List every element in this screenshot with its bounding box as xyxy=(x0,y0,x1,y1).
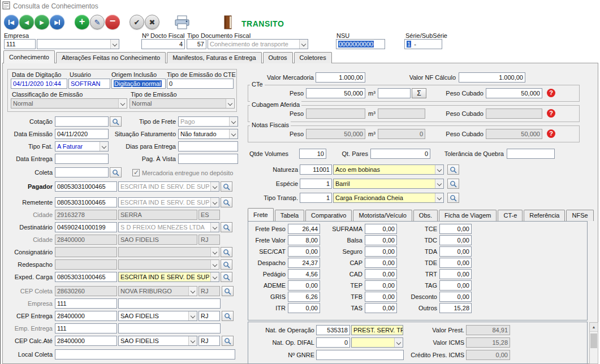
tipo-transp-search-button[interactable] xyxy=(447,193,459,203)
previous-record-button[interactable]: ◀ xyxy=(19,15,34,29)
pagador-combo[interactable]: ESCRITA IND E SERV. DE SUP. P... xyxy=(118,181,219,192)
detail-tab-nfse[interactable]: NFSe xyxy=(566,210,593,221)
last-record-button[interactable]: ▶ xyxy=(50,15,64,29)
remetente-search-button[interactable] xyxy=(221,197,232,207)
tab-manifestos-faturas-e-entrega[interactable]: Manifestos, Faturas e Entrega xyxy=(167,52,261,63)
natureza-search-button[interactable] xyxy=(447,164,459,175)
tab-coletores[interactable]: Coletores xyxy=(294,52,332,63)
gnre-field[interactable] xyxy=(316,350,404,360)
frete-field-value[interactable]: 0,00 xyxy=(439,269,472,279)
data-entrega-field[interactable] xyxy=(55,154,109,164)
frete-field-value[interactable]: 15,28 xyxy=(439,303,472,313)
detail-tab-frete[interactable]: Frete xyxy=(248,208,274,221)
frete-field-value[interactable]: 26,44 xyxy=(288,224,320,234)
frete-field-value[interactable]: 0,00 xyxy=(365,235,397,245)
cep-entrega-code-field[interactable]: 28400000 xyxy=(55,311,117,321)
cep-entrega-search-button[interactable] xyxy=(222,311,234,321)
data-emissao-field[interactable]: 04/11/2020 xyxy=(55,129,109,139)
destinatario-search-button[interactable] xyxy=(221,222,232,232)
scrollbar-up-icon[interactable]: ▲ xyxy=(590,323,598,332)
cep-calc-ate-uf-field[interactable]: RJ xyxy=(198,336,220,346)
redespacho-search-button[interactable] xyxy=(221,259,232,270)
tipo-transp-combo[interactable]: Carga Fracionada Cheia xyxy=(333,193,444,203)
frete-field-value[interactable]: 6,26 xyxy=(288,292,320,302)
frete-field-value[interactable]: 0,00 xyxy=(365,303,397,313)
remetente-code-field[interactable]: 08053031000465 xyxy=(55,197,117,207)
cep-coleta-search-button[interactable] xyxy=(222,286,234,296)
local-coleta-field[interactable] xyxy=(55,349,235,359)
valor-mercadoria-field[interactable]: 1.000,00 xyxy=(316,72,365,83)
cte-peso-field[interactable]: 50,000 xyxy=(306,88,365,98)
cte-sum-button[interactable]: Σ xyxy=(412,88,426,98)
destinatario-combo[interactable]: S D FREIXO MENEZES LTDA xyxy=(118,222,219,232)
destinatario-code-field[interactable]: 04590241000199 xyxy=(55,222,117,232)
frete-field-value[interactable]: 0,00 xyxy=(365,269,397,279)
natureza-code-field[interactable]: 11001 xyxy=(300,164,332,175)
cep-calc-ate-combo[interactable]: SAO FIDELIS xyxy=(118,336,197,346)
pagador-code-field[interactable]: 08053031000465 xyxy=(55,181,117,192)
cep-calc-ate-search-button[interactable] xyxy=(222,336,234,346)
tipo-transp-code-field[interactable]: 1 xyxy=(300,193,332,203)
frete-field-value[interactable]: 0,00 xyxy=(439,258,472,268)
logbook-button[interactable] xyxy=(223,15,233,31)
detail-tab-refer-ncia[interactable]: Referência xyxy=(524,210,565,221)
tab-conhecimento[interactable]: Conhecimento xyxy=(3,50,55,63)
notas-help-icon[interactable]: ? xyxy=(547,129,555,138)
cte-peso-cubado-field[interactable]: 50,000 xyxy=(486,88,542,98)
detail-tab-obs[interactable]: Obs. xyxy=(413,210,438,221)
empresa-row-code-field[interactable]: 111 xyxy=(55,298,117,309)
emp-entrega-code-field[interactable]: 111 xyxy=(55,323,117,333)
nat-op-difal-combo[interactable] xyxy=(351,337,403,348)
emp-entrega-name-field[interactable] xyxy=(118,323,221,333)
confirm-button[interactable]: ✔ xyxy=(130,15,144,29)
detail-tab-ct-e[interactable]: CT-e xyxy=(498,210,523,221)
cep-calc-ate-code-field[interactable]: 28400000 xyxy=(55,336,117,346)
frete-field-value[interactable]: 24,37 xyxy=(288,258,320,268)
situacao-faturamento-combo[interactable]: Não faturado xyxy=(178,129,238,139)
especie-code-field[interactable]: 1 xyxy=(300,179,332,189)
empresa-row-name-field[interactable] xyxy=(118,298,221,309)
tipo-fat-combo[interactable]: A Faturar xyxy=(55,141,109,151)
frete-field-value[interactable]: 0,00 xyxy=(288,280,320,291)
edit-record-button[interactable]: ✎ xyxy=(90,15,105,29)
delete-record-button[interactable]: − xyxy=(105,15,120,29)
docto-fiscal-field[interactable]: 4 xyxy=(141,39,185,49)
exped-carga-combo[interactable]: ESCRITA IND E SERV. DE SUP. P. xyxy=(118,272,219,282)
cotacao-field[interactable] xyxy=(55,116,109,127)
valor-nf-calculo-field[interactable]: 1.000,00 xyxy=(459,72,525,83)
cep-entrega-uf-field[interactable]: RJ xyxy=(198,311,220,321)
frete-field-value[interactable]: 0,00 xyxy=(439,246,472,257)
pagador-search-button[interactable] xyxy=(221,181,232,192)
frete-field-value[interactable]: 0,00 xyxy=(365,292,397,302)
frete-field-value[interactable]: 0,00 xyxy=(288,246,320,257)
nat-op-difal-code-field[interactable]: 0 xyxy=(316,337,350,348)
nsu-field[interactable]: 0000000000 xyxy=(336,39,385,49)
cte-m3-field[interactable] xyxy=(378,88,411,98)
frete-field-value[interactable]: 0,00 xyxy=(365,258,397,268)
serie-field[interactable]: 1- xyxy=(404,39,442,49)
coleta-search-button[interactable] xyxy=(110,167,122,177)
empresa-combo[interactable] xyxy=(37,39,119,49)
cancel-button[interactable]: ✖ xyxy=(145,15,159,29)
frete-field-value[interactable]: 4,56 xyxy=(288,269,320,279)
consignatario-search-button[interactable] xyxy=(221,247,232,257)
frete-field-value[interactable]: 0,00 xyxy=(288,303,320,313)
pag-vista-field[interactable] xyxy=(178,154,238,164)
fiscal-scrollbar[interactable]: ▲ xyxy=(589,322,598,364)
add-record-button[interactable]: + xyxy=(75,15,89,29)
cep-entrega-combo[interactable]: SAO FIDELIS xyxy=(118,311,197,321)
natureza-combo[interactable]: Aco em bobinas xyxy=(333,164,444,175)
nat-operacao-desc-field[interactable]: PREST. SERV. TR. xyxy=(351,325,403,335)
frete-field-value[interactable]: 0,00 xyxy=(365,224,397,234)
scrollbar-thumb[interactable] xyxy=(590,333,597,348)
tab-outros[interactable]: Outros xyxy=(263,52,293,63)
tab-altera-es-feitas-no-conhecimento[interactable]: Alterações Feitas no Conhecimento xyxy=(56,52,166,63)
especie-search-button[interactable] xyxy=(447,179,459,189)
first-record-button[interactable]: ◀ xyxy=(4,15,19,29)
frete-field-value[interactable]: 0,00 xyxy=(365,246,397,257)
especie-combo[interactable]: Barril xyxy=(333,179,444,189)
dias-entrega-field[interactable] xyxy=(178,141,238,151)
detail-tab-motorista-ve-culo[interactable]: Motorista/Veículo xyxy=(353,210,412,221)
tolerancia-quebra-field[interactable] xyxy=(507,149,555,159)
exped-carga-search-button[interactable] xyxy=(221,272,232,282)
